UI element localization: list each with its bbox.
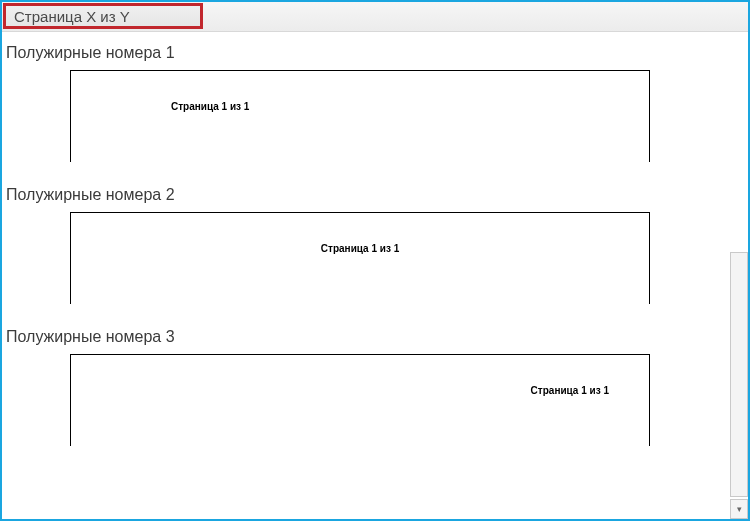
option-title: Полужирные номера 3 [2, 322, 722, 354]
preview-page-text: Страница 1 из 1 [321, 243, 399, 254]
gallery-option[interactable]: Полужирные номера 2 Страница 1 из 1 [2, 174, 722, 316]
scrollbar-down-button[interactable]: ▾ [730, 499, 748, 519]
scrollbar-track[interactable] [730, 252, 748, 497]
preview-page-text: Страница 1 из 1 [531, 385, 609, 396]
gallery-option[interactable]: Полужирные номера 3 Страница 1 из 1 [2, 316, 722, 458]
option-preview: Страница 1 из 1 [70, 212, 650, 304]
section-title-text: Страница X из Y [14, 8, 130, 25]
gallery-content: Полужирные номера 1 Страница 1 из 1 Полу… [2, 32, 722, 519]
option-title: Полужирные номера 2 [2, 180, 722, 212]
option-preview: Страница 1 из 1 [70, 354, 650, 446]
option-title: Полужирные номера 1 [2, 38, 722, 70]
gallery-option[interactable]: Полужирные номера 1 Страница 1 из 1 [2, 32, 722, 174]
preview-page-text: Страница 1 из 1 [171, 101, 249, 112]
scrollbar[interactable]: ▾ [726, 32, 748, 519]
section-title: Страница X из Y [3, 3, 203, 29]
gallery-header: Страница X из Y [2, 2, 748, 32]
chevron-down-icon: ▾ [737, 504, 742, 514]
option-preview: Страница 1 из 1 [70, 70, 650, 162]
